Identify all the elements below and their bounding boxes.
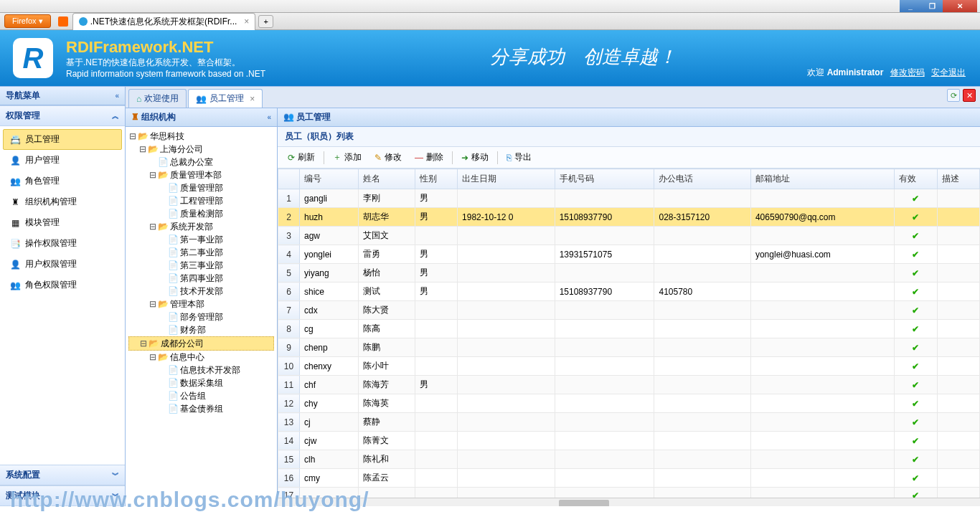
tree-node[interactable]: 📄 第一事业部 (128, 233, 274, 246)
tree-node[interactable]: ⊟ 📂 质量管理本部 (128, 169, 274, 181)
tree-node[interactable]: 📄 数据采集组 (128, 376, 274, 389)
table-row[interactable]: 10 chenxy 陈小叶 ✔ (278, 357, 980, 376)
cell-email (750, 488, 894, 498)
refresh-tabs-button[interactable]: ⟳ (947, 89, 960, 102)
expand-icon[interactable]: ⊟ (138, 143, 146, 156)
expand-icon[interactable]: ⊟ (149, 169, 156, 181)
tree-node[interactable]: 📄 质量检测部 (128, 207, 274, 220)
table-row[interactable]: 4 yonglei 雷勇 男 13931571075 yonglei@huasi… (278, 245, 980, 264)
tree-node[interactable]: ⊟ 📂 系统开发部 (128, 220, 274, 233)
expand-icon[interactable]: ⊟ (149, 351, 156, 364)
table-row[interactable]: 6 shice 测试 男 15108937790 4105780 ✔ (278, 283, 980, 301)
tab-welcome[interactable]: ⌂欢迎使用 (128, 89, 187, 108)
grid-col-header[interactable]: 手机号码 (555, 169, 654, 189)
col-rownum[interactable] (278, 169, 300, 189)
sidebar-item[interactable]: 👤用户权限管理 (3, 254, 122, 275)
table-row[interactable]: 9 chenp 陈鹏 ✔ (278, 338, 980, 357)
table-row[interactable]: 11 chf 陈海芳 男 ✔ (278, 376, 980, 394)
grid-col-header[interactable]: 姓名 (358, 169, 415, 189)
tab-close-icon[interactable]: × (250, 94, 255, 104)
refresh-button[interactable]: ⟳刷新 (282, 149, 321, 166)
cell-tel (654, 320, 750, 338)
window-close-button[interactable]: ✕ (943, 0, 977, 12)
tree-node[interactable]: 📄 第三事业部 (128, 259, 274, 272)
tree-node[interactable]: 📄 信息技术开发部 (128, 364, 274, 376)
tree-node[interactable]: 📄 质量管理部 (128, 181, 274, 194)
change-password-link[interactable]: 修改密码 (890, 67, 925, 77)
table-row[interactable]: 8 cg 陈高 ✔ (278, 320, 980, 338)
expand-icon[interactable]: ⊟ (139, 337, 147, 350)
nav-section[interactable]: 系统配置︾ (0, 465, 125, 485)
tree-node[interactable]: ⊟ 📂 华思科技 (128, 130, 274, 143)
nav-section[interactable]: 测试模块︾ (0, 485, 125, 506)
edit-button[interactable]: ✎修改 (369, 149, 407, 166)
horizontal-scrollbar[interactable] (278, 498, 980, 506)
new-tab-button[interactable]: + (258, 15, 273, 28)
collapse-icon[interactable]: « (267, 113, 271, 121)
scroll-thumb[interactable] (559, 500, 609, 506)
table-row[interactable]: 2 huzh 胡志华 男 1982-10-12 0 15108937790 02… (278, 208, 980, 227)
file-icon: 📄 (168, 233, 179, 246)
expand-icon[interactable]: ⊟ (149, 298, 156, 310)
sidebar-item[interactable]: ♜组织机构管理 (3, 191, 122, 212)
tree-node[interactable]: 📄 基金债券组 (128, 402, 274, 415)
table-row[interactable]: 14 cjw 陈菁文 ✔ (278, 432, 980, 450)
tree-node[interactable]: 📄 总裁办公室 (128, 156, 274, 169)
grid-col-header[interactable]: 有效 (895, 169, 937, 189)
add-button[interactable]: ＋添加 (327, 149, 367, 166)
grid-col-header[interactable]: 办公电话 (654, 169, 750, 189)
close-all-tabs-button[interactable]: ✕ (963, 89, 976, 102)
tree-node[interactable]: ⊟ 📂 管理本部 (128, 298, 274, 310)
firefox-menu-button[interactable]: Firefox ▾ (4, 14, 51, 28)
export-button[interactable]: ⎘导出 (501, 149, 537, 166)
window-maximize-button[interactable]: ❐ (921, 0, 943, 12)
sidebar-item[interactable]: 👤用户管理 (3, 150, 122, 171)
window-minimize-button[interactable]: _ (900, 0, 921, 12)
collapse-icon[interactable]: « (115, 92, 119, 100)
file-icon: 📄 (168, 389, 179, 402)
sidebar-item[interactable]: 👥角色管理 (3, 171, 122, 191)
grid-col-header[interactable]: 出生日期 (458, 169, 555, 189)
tree-node[interactable]: 📄 部务管理部 (128, 310, 274, 323)
tree-node[interactable]: 📄 财务部 (128, 323, 274, 336)
tree-node[interactable]: 📄 技术开发部 (128, 285, 274, 298)
logout-link[interactable]: 安全退出 (931, 67, 966, 77)
grid-col-header[interactable]: 性别 (415, 169, 457, 189)
sidebar-item[interactable]: ▦模块管理 (3, 212, 122, 233)
expand-icon[interactable]: ⊟ (128, 130, 136, 143)
tab-staff[interactable]: 👥员工管理× (188, 89, 263, 108)
tree-node[interactable]: 📄 公告组 (128, 389, 274, 402)
sidebar-item[interactable]: 📑操作权限管理 (3, 233, 122, 254)
nav-section-permissions[interactable]: 权限管理 ︽ (0, 105, 125, 126)
table-row[interactable]: 13 cj 蔡静 ✔ (278, 413, 980, 432)
table-row[interactable]: 16 cmy 陈孟云 ✔ (278, 469, 980, 488)
grid-col-header[interactable]: 编号 (300, 169, 359, 189)
table-row[interactable]: 15 clh 陈礼和 ✔ (278, 450, 980, 469)
table-row[interactable]: 12 chy 陈海英 ✔ (278, 394, 980, 413)
nav-label: 用户权限管理 (25, 258, 77, 270)
tree-node[interactable]: ⊟ 📂 上海分公司 (128, 143, 274, 156)
move-button[interactable]: ➜移动 (456, 149, 494, 166)
browser-tab[interactable]: .NET快速信息化系统开发框架(RDIFr... × (72, 13, 256, 30)
tree-node[interactable]: ⊟ 📂 信息中心 (128, 351, 274, 364)
sidebar-item[interactable]: 👥角色权限管理 (3, 275, 122, 295)
tree-node[interactable]: 📄 工程管理部 (128, 194, 274, 207)
tree-node[interactable]: 📄 第二事业部 (128, 246, 274, 259)
grid-col-header[interactable]: 邮箱地址 (750, 169, 894, 189)
table-row[interactable]: 17 ✔ (278, 488, 980, 498)
sidebar-item[interactable]: 📇员工管理 (3, 129, 122, 150)
table-row[interactable]: 3 agw 艾国文 ✔ (278, 227, 980, 245)
tab-close-icon[interactable]: × (244, 16, 249, 27)
tree-label: 财务部 (180, 323, 206, 336)
expand-icon[interactable]: ⊟ (149, 220, 156, 233)
table-row[interactable]: 5 yiyang 杨怡 男 ✔ (278, 264, 980, 283)
cell-mobile (555, 264, 654, 283)
table-row[interactable]: 1 gangli 李刚 男 ✔ (278, 189, 980, 208)
grid-col-header[interactable]: 描述 (937, 169, 980, 189)
tree-node[interactable]: 📄 第四事业部 (128, 272, 274, 285)
delete-button[interactable]: —删除 (409, 149, 449, 166)
table-row[interactable]: 7 cdx 陈大贤 ✔ (278, 301, 980, 320)
nav-label: 操作权限管理 (25, 237, 77, 250)
tree-node[interactable]: ⊟ 📂 成都分公司 (128, 336, 274, 351)
data-grid[interactable]: 编号姓名性别出生日期手机号码办公电话邮箱地址有效描述 1 gangli 李刚 男… (278, 169, 980, 498)
